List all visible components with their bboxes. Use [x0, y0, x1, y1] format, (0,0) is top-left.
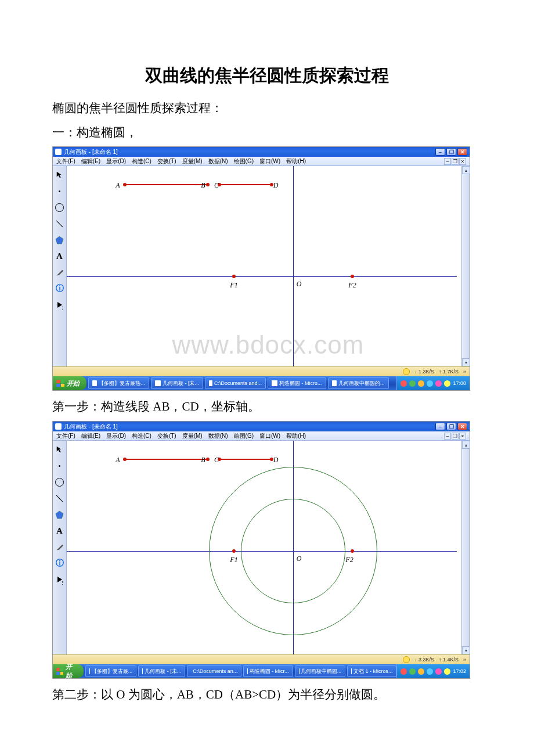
tray-icon[interactable]: [418, 380, 424, 387]
doc-minimize[interactable]: –: [444, 433, 451, 440]
close-button[interactable]: ✕: [457, 423, 467, 430]
menu-item[interactable]: 数据(N): [208, 157, 228, 165]
section-heading: 一：构造椭圆，: [52, 123, 482, 143]
text-tool[interactable]: A: [55, 251, 65, 261]
start-label: 开始: [66, 663, 77, 680]
start-button[interactable]: 开始: [53, 376, 86, 390]
segment-cd[interactable]: [219, 459, 272, 460]
doc-restore[interactable]: ❐: [452, 433, 459, 440]
menu-item[interactable]: 帮助(H): [286, 157, 306, 165]
tray-icon[interactable]: [409, 668, 416, 675]
vertical-scrollbar[interactable]: ▴ ▾: [461, 166, 470, 366]
select-tool[interactable]: [55, 170, 65, 180]
menu-item[interactable]: 窗口(W): [259, 157, 280, 165]
minimize-button[interactable]: –: [435, 423, 445, 430]
taskbar-item[interactable]: C:\Documents and...: [205, 377, 266, 389]
text-tool[interactable]: A: [55, 525, 65, 536]
segment-cd[interactable]: [219, 184, 272, 185]
menu-item[interactable]: 变换(T): [157, 157, 176, 165]
drawing-canvas[interactable]: O F1 F2 A B C D: [67, 441, 470, 654]
menu-item[interactable]: 变换(T): [157, 432, 176, 440]
clock: 17:00: [453, 380, 466, 386]
marker-tool[interactable]: [55, 267, 65, 278]
menu-item[interactable]: 窗口(W): [259, 432, 280, 440]
menu-item[interactable]: 显示(D): [106, 157, 126, 165]
taskbar-item[interactable]: 构造椭圆 - Micro...: [268, 377, 326, 389]
menu-item[interactable]: 绘图(G): [234, 157, 254, 165]
taskbar-item[interactable]: 几何画板中椭圆的...: [328, 377, 389, 389]
menu-item[interactable]: 文件(F): [56, 432, 75, 440]
taskbar-item[interactable]: 【多图】复古最热...: [88, 377, 149, 389]
menu-item[interactable]: 编辑(E): [81, 432, 100, 440]
point-f2[interactable]: [351, 275, 354, 278]
point-f2[interactable]: [351, 549, 354, 553]
taskbar-item[interactable]: 【多图】复古最...: [85, 665, 136, 677]
menu-item[interactable]: 数据(N): [208, 432, 228, 440]
vertical-scrollbar[interactable]: ▴ ▾: [461, 441, 470, 654]
segment-ab[interactable]: [125, 184, 208, 185]
line-tool[interactable]: [55, 218, 65, 229]
menu-item[interactable]: 绘图(G): [234, 432, 254, 440]
close-button[interactable]: ✕: [457, 148, 467, 156]
custom-tool[interactable]: ⋮: [55, 574, 65, 585]
point-tool[interactable]: [55, 460, 65, 471]
point-f1[interactable]: [232, 549, 236, 553]
start-button[interactable]: 开始: [53, 664, 84, 678]
taskbar-item[interactable]: 文档 1 - Micros...: [347, 665, 396, 677]
circle-small[interactable]: [241, 499, 345, 603]
doc-close[interactable]: ×: [459, 158, 466, 165]
minimize-button[interactable]: –: [435, 148, 445, 156]
polygon-tool[interactable]: [55, 509, 65, 520]
tray-icon[interactable]: [444, 380, 450, 387]
line-tool[interactable]: [55, 493, 65, 503]
tray-icon[interactable]: [427, 380, 433, 387]
point-tool[interactable]: [55, 186, 65, 196]
info-tool[interactable]: ⓘ: [55, 558, 65, 568]
tray-icon[interactable]: [400, 668, 407, 675]
segment-ab[interactable]: [125, 459, 208, 460]
scroll-down[interactable]: ▾: [462, 646, 470, 654]
select-tool[interactable]: [55, 444, 65, 455]
taskbar-item[interactable]: 构造椭圆 - Micr...: [243, 665, 293, 677]
maximize-button[interactable]: ❐: [446, 423, 456, 430]
info-tool[interactable]: ⓘ: [55, 283, 65, 294]
menu-item[interactable]: 度量(M): [182, 432, 203, 440]
point-b[interactable]: [206, 458, 210, 461]
menu-item[interactable]: 构造(C): [132, 157, 151, 165]
custom-tool[interactable]: ⋮: [55, 300, 65, 310]
doc-minimize[interactable]: –: [444, 158, 451, 165]
tray-icon[interactable]: [427, 668, 433, 675]
tray-icon[interactable]: [409, 380, 416, 387]
window-titlebar: 几何画板 - [未命名 1] – ❐ ✕: [53, 147, 470, 157]
taskbar-item[interactable]: 几何画板 - [未...: [151, 377, 203, 389]
point-b[interactable]: [206, 183, 210, 186]
tray-icon[interactable]: [435, 668, 442, 675]
tray-icon[interactable]: [418, 668, 424, 675]
circle-tool[interactable]: [55, 477, 65, 487]
scroll-up[interactable]: ▴: [462, 166, 470, 174]
marker-tool[interactable]: [55, 542, 65, 552]
scroll-up[interactable]: ▴: [462, 441, 470, 449]
taskbar-item[interactable]: 几何画板 - [未...: [138, 665, 185, 677]
menu-item[interactable]: 显示(D): [106, 432, 126, 440]
task-icon: [142, 668, 143, 674]
menu-item[interactable]: 文件(F): [56, 157, 75, 165]
menu-item[interactable]: 编辑(E): [81, 157, 100, 165]
menu-item[interactable]: 帮助(H): [286, 432, 306, 440]
doc-close[interactable]: ×: [459, 433, 466, 440]
point-f1[interactable]: [232, 275, 236, 278]
taskbar-item[interactable]: 几何画板中椭圆...: [295, 665, 346, 677]
tray-icon[interactable]: [435, 380, 442, 387]
menu-item[interactable]: 度量(M): [182, 157, 203, 165]
label-d: D: [273, 456, 279, 465]
circle-tool[interactable]: [55, 202, 65, 213]
menu-item[interactable]: 构造(C): [132, 432, 151, 440]
maximize-button[interactable]: ❐: [446, 148, 456, 156]
tray-icon[interactable]: [400, 380, 407, 387]
taskbar-item[interactable]: C:\Documents an...: [187, 665, 241, 677]
doc-restore[interactable]: ❐: [452, 158, 459, 165]
polygon-tool[interactable]: [55, 235, 65, 245]
drawing-canvas[interactable]: O F1 F2 A B C D www.bdocx.com: [67, 166, 470, 366]
scroll-down[interactable]: ▾: [462, 358, 470, 366]
tray-icon[interactable]: [444, 668, 450, 675]
